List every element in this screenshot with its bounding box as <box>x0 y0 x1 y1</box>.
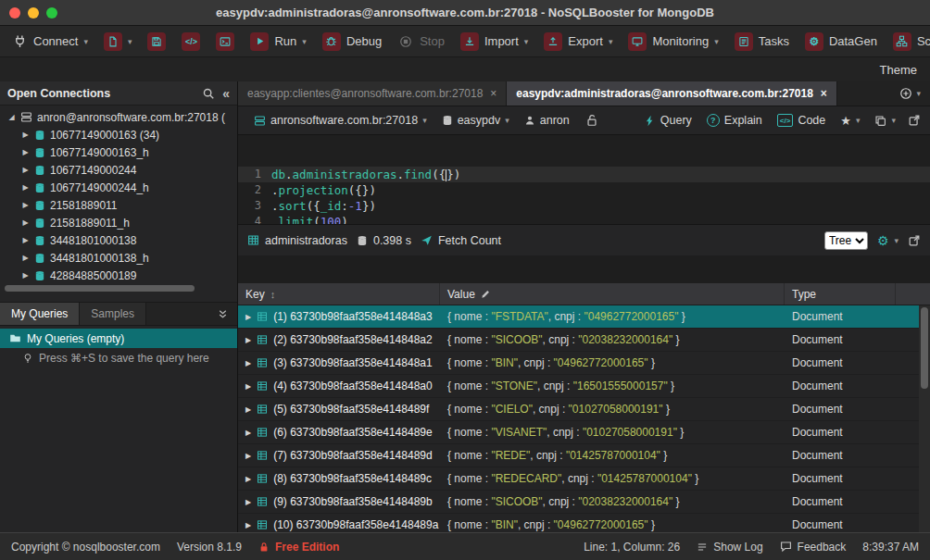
new-tab-button[interactable]: ▾ <box>890 81 930 106</box>
my-queries-folder[interactable]: My Queries (empty) <box>0 329 237 348</box>
scrollbar-thumb[interactable] <box>5 285 195 292</box>
cursor-position[interactable]: Line: 1, Column: 26 <box>584 541 680 554</box>
expand-icon[interactable]: ▶ <box>245 429 251 437</box>
schema-button[interactable]: Schema ▾ <box>893 32 930 51</box>
save-button[interactable] <box>147 32 166 51</box>
table-row[interactable]: ▶ (1) 63730b98faaf358e414848a3 { nome : … <box>238 305 930 329</box>
sidebar-database-item[interactable]: ▶ 10677149000244 <box>0 161 237 179</box>
sidebar-database-item[interactable]: ▶ 21581889011 <box>0 196 237 214</box>
horizontal-scrollbar[interactable] <box>5 285 232 294</box>
table-row[interactable]: ▶ (2) 63730b98faaf358e414848a2 { nome : … <box>238 329 930 352</box>
sidebar-database-item[interactable]: ▶ 10677149000163_h <box>0 143 237 161</box>
shell-button[interactable] <box>216 32 234 51</box>
sidebar-database-item[interactable]: ▶ 10677149000244_h <box>0 179 237 196</box>
tab-samples[interactable]: Samples <box>80 303 146 325</box>
export-button[interactable]: Export ▾ <box>544 32 612 51</box>
collapse-all-icon[interactable] <box>208 303 237 325</box>
open-in-new-icon[interactable] <box>908 114 921 127</box>
close-icon[interactable]: × <box>490 87 496 100</box>
zoom-window-button[interactable] <box>46 7 57 19</box>
editor-line[interactable]: 3 .sort({_id:-1}) <box>238 198 930 214</box>
expand-icon[interactable]: ▶ <box>21 271 30 280</box>
results-settings-button[interactable]: ⚙ ▾ <box>877 233 899 248</box>
code-snippet-button[interactable]: </> <box>182 32 200 51</box>
expand-icon[interactable]: ▶ <box>245 359 251 367</box>
unlock-icon[interactable] <box>585 114 598 127</box>
stop-button[interactable]: Stop <box>397 33 445 50</box>
table-row[interactable]: ▶ (4) 63730b98faaf358e414848a0 { nome : … <box>238 375 930 398</box>
close-icon[interactable]: × <box>821 87 827 100</box>
close-window-button[interactable] <box>9 7 20 19</box>
minimize-window-button[interactable] <box>28 7 39 19</box>
editor-line[interactable]: 2 .projection({}) <box>238 182 930 198</box>
editor-tab-administradoras[interactable]: easypdv:administradoras@anronsoftware.co… <box>507 81 837 106</box>
expand-icon[interactable]: ▶ <box>245 313 251 321</box>
scrollbar-thumb[interactable] <box>921 307 928 389</box>
vertical-scrollbar[interactable] <box>919 305 930 532</box>
sidebar-database-item[interactable]: ▶ 34481801000138 <box>0 231 237 249</box>
breadcrumb-server[interactable]: anronsoftware.com.br:27018 ▾ <box>247 111 434 130</box>
theme-button[interactable]: Theme <box>880 63 917 77</box>
table-row[interactable]: ▶ (6) 63730b98faaf358e4148489e { nome : … <box>238 421 930 444</box>
connect-button[interactable]: Connect ▾ <box>11 33 88 50</box>
open-script-button[interactable]: ▾ <box>104 32 132 51</box>
debug-button[interactable]: Debug <box>322 32 382 51</box>
expand-icon[interactable]: ▶ <box>245 475 251 483</box>
datagen-button[interactable]: ⚙ DataGen <box>805 32 877 51</box>
tab-my-queries[interactable]: My Queries <box>0 303 80 325</box>
free-edition-badge[interactable]: Free Edition <box>258 541 339 554</box>
table-row[interactable]: ▶ (7) 63730b98faaf358e4148489d { nome : … <box>238 444 930 467</box>
column-header-key[interactable]: Key ↕ <box>238 283 440 305</box>
expanded-icon[interactable]: ◢ <box>7 113 16 121</box>
explain-button[interactable]: ? Explain <box>700 111 769 130</box>
table-row[interactable]: ▶ (10) 63730b98faaf358e4148489a { nome :… <box>238 514 930 532</box>
run-button[interactable]: Run ▾ <box>250 32 306 51</box>
breadcrumb-database[interactable]: easypdv ▾ <box>435 111 516 130</box>
query-button[interactable]: Query <box>637 111 698 130</box>
sidebar-database-item[interactable]: ▶ 10677149000163 (34) <box>0 126 237 143</box>
expand-icon[interactable]: ▶ <box>21 183 30 192</box>
connection-root[interactable]: ◢ anron@anronsoftware.com.br:27018 ( <box>0 108 237 126</box>
expand-icon[interactable]: ▶ <box>245 405 251 414</box>
monitoring-button[interactable]: Monitoring ▾ <box>628 32 718 51</box>
breadcrumb-user[interactable]: anron <box>518 111 576 130</box>
view-mode-select[interactable]: Tree <box>824 231 868 250</box>
table-row[interactable]: ▶ (3) 63730b98faaf358e414848a1 { nome : … <box>238 352 930 375</box>
sidebar-database-item[interactable]: ▶ 42884885000189 <box>0 267 237 283</box>
fetch-count-button[interactable]: Fetch Count <box>421 234 501 247</box>
editor-tab-clientes[interactable]: easyapp:clientes@anronsoftware.com.br:27… <box>238 81 507 106</box>
tasks-button[interactable]: Tasks <box>735 32 789 51</box>
sidebar-database-item[interactable]: ▶ 21581889011_h <box>0 214 237 231</box>
result-collection-tab[interactable]: administradoras <box>247 234 347 247</box>
editor-line[interactable]: 4 .limit(100) <box>238 214 930 224</box>
expand-icon[interactable]: ▶ <box>245 336 251 344</box>
open-in-new-icon[interactable] <box>908 234 921 247</box>
column-header-type[interactable]: Type <box>785 283 896 305</box>
expand-icon[interactable]: ▶ <box>21 201 30 209</box>
editor-line[interactable]: 1 db.administradoras.find({}) <box>238 167 930 182</box>
expand-icon[interactable]: ▶ <box>245 498 251 506</box>
expand-icon[interactable]: ▶ <box>21 148 30 156</box>
collapse-sidebar-icon[interactable]: « <box>222 87 230 100</box>
expand-icon[interactable]: ▶ <box>21 236 30 244</box>
code-button[interactable]: </> Code <box>771 111 832 130</box>
table-row[interactable]: ▶ (5) 63730b98faaf358e4148489f { nome : … <box>238 398 930 421</box>
expand-icon[interactable]: ▶ <box>21 218 30 227</box>
favorites-button[interactable]: ★ ▾ <box>834 111 866 131</box>
table-row[interactable]: ▶ (8) 63730b98faaf358e4148489c { nome : … <box>238 467 930 491</box>
show-log-button[interactable]: Show Log <box>697 541 762 554</box>
expand-icon[interactable]: ▶ <box>21 254 30 262</box>
expand-icon[interactable]: ▶ <box>21 131 30 139</box>
expand-icon[interactable]: ▶ <box>21 166 30 174</box>
expand-icon[interactable]: ▶ <box>245 452 251 460</box>
feedback-button[interactable]: Feedback <box>780 541 847 554</box>
column-header-value[interactable]: Value <box>440 283 785 305</box>
import-button[interactable]: Import ▾ <box>460 32 528 51</box>
query-editor[interactable]: 1 db.administradoras.find({}) 2 .project… <box>238 135 930 224</box>
snippets-button[interactable]: ▾ <box>868 112 902 130</box>
expand-icon[interactable]: ▶ <box>245 521 251 529</box>
search-icon[interactable] <box>202 87 215 100</box>
table-row[interactable]: ▶ (9) 63730b98faaf358e4148489b { nome : … <box>238 491 930 514</box>
expand-icon[interactable]: ▶ <box>245 382 251 391</box>
sidebar-database-item[interactable]: ▶ 34481801000138_h <box>0 249 237 267</box>
